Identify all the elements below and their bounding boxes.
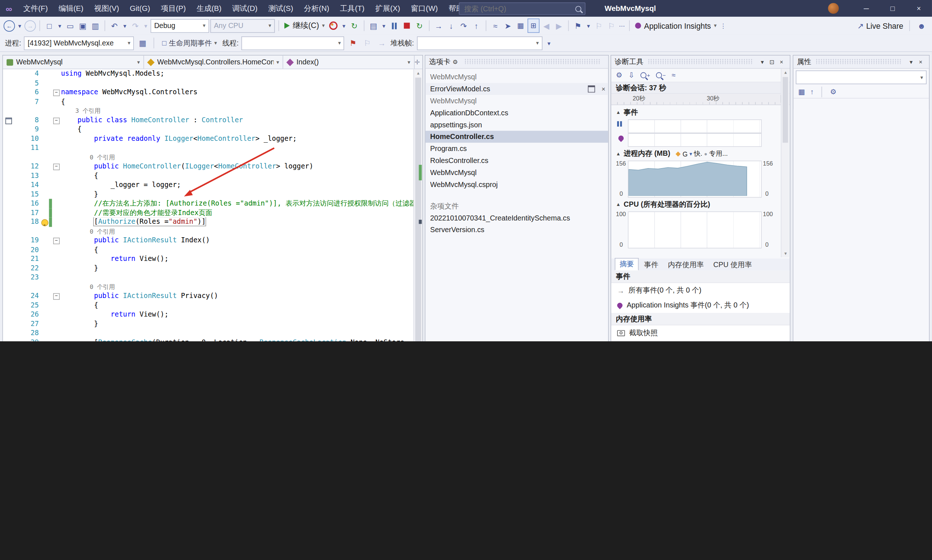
file-item[interactable]: HomeController.cs: [425, 131, 608, 143]
menu-item[interactable]: 视图(V): [89, 0, 125, 17]
collapse-region-icon[interactable]: −: [53, 293, 60, 300]
tabs-panel-header[interactable]: 选项卡 ⚙: [425, 56, 608, 69]
fold-margin[interactable]: [52, 171, 61, 180]
menu-item[interactable]: 扩展(X): [370, 0, 405, 17]
code-line[interactable]: 13 {: [3, 171, 414, 180]
quick-search-input[interactable]: [463, 4, 576, 14]
cpu-section-header[interactable]: ▲ CPU (所有处理器的百分比): [611, 198, 790, 211]
code-line[interactable]: 24− public IActionResult Privacy(): [3, 291, 414, 300]
lifecycle-events-button[interactable]: □ 生命周期事件 ▾: [160, 36, 220, 49]
step-over-button[interactable]: ↷: [458, 19, 469, 32]
scroll-up-icon[interactable]: ▴: [414, 69, 422, 77]
menu-item[interactable]: 工具(T): [334, 0, 370, 17]
chevron-down-icon[interactable]: ▾: [758, 58, 767, 65]
redo-dropdown[interactable]: ▾: [142, 19, 149, 32]
zoom-out-button[interactable]: −: [656, 72, 666, 78]
collapse-region-icon[interactable]: −: [53, 164, 60, 170]
nav-project-dropdown[interactable]: WebMvcMysql ▾: [3, 56, 144, 69]
new-file-dropdown[interactable]: ▾: [56, 19, 63, 32]
track-active-item-toggle[interactable]: ⊞: [527, 18, 539, 33]
scrollbar-thumb[interactable]: [415, 77, 421, 341]
menu-item[interactable]: Git(G): [125, 0, 156, 17]
ai-events-row[interactable]: Application Insights 事件(0 个, 共 0 个): [611, 298, 790, 313]
fold-margin[interactable]: [52, 254, 61, 263]
codelens-row[interactable]: 3 个引用: [3, 106, 414, 115]
collapse-region-icon[interactable]: −: [53, 89, 60, 96]
categorized-icon[interactable]: ▦: [798, 88, 805, 96]
code-line[interactable]: 7{: [3, 97, 414, 106]
minimize-button[interactable]: ─: [853, 0, 879, 17]
maximize-button[interactable]: □: [880, 0, 906, 17]
debugbar-overflow[interactable]: ▾: [545, 36, 553, 49]
diagnostics-scrollbar[interactable]: ▴ ▾: [781, 69, 789, 258]
tab-item[interactable]: 摘要: [615, 258, 639, 270]
flag-threads-icon[interactable]: ⚑: [347, 36, 359, 49]
add-collaborator-button[interactable]: ☻: [916, 19, 927, 32]
solution-configurations-dropdown[interactable]: Debug▾: [151, 19, 210, 33]
diagnostics-timeline-ruler[interactable]: 20秒 30秒: [611, 94, 790, 105]
application-insights-dropdown[interactable]: Application Insights ▾: [633, 19, 718, 32]
code-line[interactable]: 26 return View();: [3, 310, 414, 319]
user-avatar[interactable]: [828, 3, 839, 14]
pin-icon[interactable]: ⊡: [767, 58, 776, 65]
live-share-button[interactable]: ↗ Live Share: [857, 19, 903, 32]
gear-icon[interactable]: ⚙: [450, 58, 460, 65]
quick-search-box[interactable]: [459, 3, 585, 15]
vs-logo-icon[interactable]: ∞: [0, 3, 18, 14]
toggle-flagged-icon[interactable]: →: [376, 36, 387, 49]
fold-margin[interactable]: [52, 78, 61, 88]
fold-margin[interactable]: [52, 217, 61, 226]
diagnostics-layout-icon[interactable]: ▤: [368, 19, 379, 32]
menu-item[interactable]: 生成(B): [191, 0, 227, 17]
stop-debugging-button[interactable]: [401, 19, 413, 32]
fold-margin[interactable]: −: [52, 162, 61, 171]
hot-reload-button[interactable]: [328, 19, 339, 32]
keep-open-icon[interactable]: [588, 86, 595, 93]
continue-button[interactable]: 继续(C) ▾: [282, 19, 327, 32]
step-backward-button[interactable]: ◀: [541, 19, 552, 32]
process-dropdown[interactable]: [41932] WebMvcMysql.exe▾: [24, 36, 134, 50]
events-section-header[interactable]: ▲ 事件: [611, 106, 790, 118]
toolbar-options[interactable]: ⋮: [720, 19, 727, 32]
code-line[interactable]: 16 //在方法名上方添加: [Authorize(Roles ="admin"…: [3, 198, 414, 208]
fold-margin[interactable]: −: [52, 291, 61, 300]
cursor-tool-icon[interactable]: ➤: [502, 19, 513, 32]
property-pages-icon[interactable]: ⚙: [830, 88, 836, 96]
code-line[interactable]: 10 private readonly ILogger<HomeControll…: [3, 134, 414, 143]
file-item[interactable]: ErrorViewModel.cs×: [425, 83, 608, 95]
fold-margin[interactable]: −: [52, 236, 61, 245]
process-info-icon[interactable]: ▦: [137, 36, 148, 49]
fold-margin[interactable]: −: [52, 116, 61, 125]
menu-item[interactable]: 项目(P): [156, 0, 191, 17]
alphabetical-icon[interactable]: ↑: [810, 88, 814, 96]
fold-margin[interactable]: [52, 143, 61, 152]
file-item[interactable]: 20221010070341_CreateIdentitySchema.cs: [425, 212, 608, 224]
fold-margin[interactable]: [52, 106, 61, 115]
fold-margin[interactable]: [52, 180, 61, 189]
events-track[interactable]: [628, 119, 762, 133]
close-icon[interactable]: ×: [916, 58, 926, 65]
code-line[interactable]: 29 [ResponseCache(Duration = 0, Location…: [3, 338, 414, 341]
fold-margin[interactable]: [52, 227, 61, 236]
code-line[interactable]: 6−namespace WebMvcMysql.Controllers: [3, 88, 414, 97]
fold-margin[interactable]: [52, 264, 61, 273]
zoom-in-button[interactable]: +: [640, 72, 650, 78]
code-line[interactable]: 27 }: [3, 319, 414, 328]
fold-margin[interactable]: [52, 134, 61, 143]
step-out-button[interactable]: ↑: [470, 19, 482, 32]
fold-margin[interactable]: [52, 273, 61, 282]
collapse-region-icon[interactable]: −: [53, 117, 60, 124]
codelens-references[interactable]: 0 个引用: [61, 283, 115, 290]
code-line[interactable]: 28: [3, 329, 414, 338]
scroll-up-icon[interactable]: ▴: [781, 69, 790, 76]
close-tab-icon[interactable]: ×: [599, 83, 608, 95]
file-item[interactable]: WebMvcMysql.csproj: [425, 178, 608, 191]
codelens-row[interactable]: 0 个引用: [3, 282, 414, 291]
show-next-statement-button[interactable]: →: [433, 19, 444, 32]
code-line[interactable]: 12− public HomeController(ILogger<HomeCo…: [3, 162, 414, 171]
break-all-button[interactable]: [389, 19, 400, 32]
chevron-down-icon[interactable]: ▾: [906, 58, 916, 65]
file-item[interactable]: RolesController.cs: [425, 155, 608, 167]
file-item[interactable]: WebMvcMysql: [425, 167, 608, 178]
codelens-references[interactable]: 0 个引用: [61, 228, 115, 234]
